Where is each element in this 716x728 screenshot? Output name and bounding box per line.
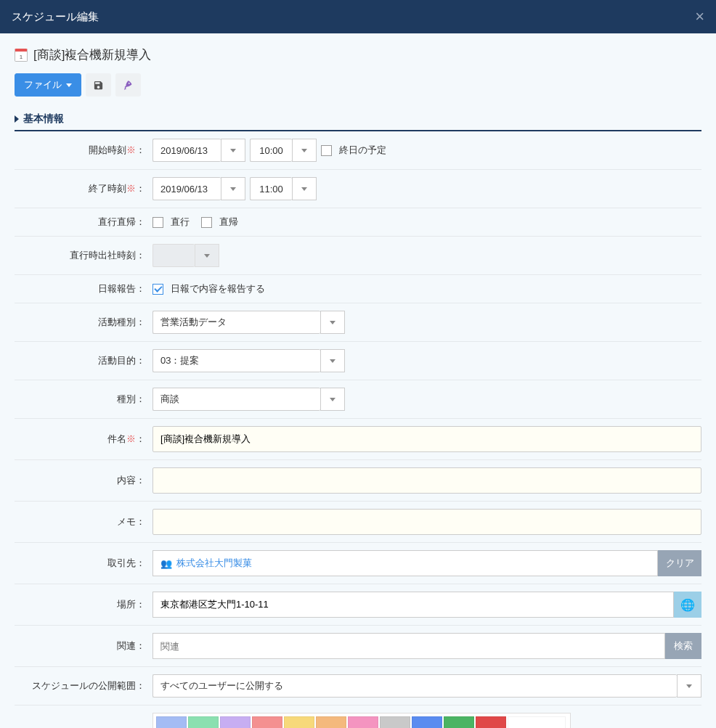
row-content: 内容：	[15, 460, 701, 502]
chevron-down-icon	[230, 149, 236, 152]
report-label: 日報で内容を報告する	[171, 282, 265, 295]
activity-purpose-value: 03：提案	[152, 349, 320, 372]
direct-return-checkbox[interactable]	[201, 217, 212, 228]
label-report: 日報報告：	[15, 282, 152, 295]
direct-go-checkbox[interactable]	[152, 217, 163, 228]
chevron-down-icon	[330, 321, 335, 324]
calendar-icon	[15, 49, 28, 62]
page-title-row: [商談]複合機新規導入	[15, 46, 701, 63]
chevron-down-icon	[204, 254, 210, 258]
row-place: 場所： 🌐	[15, 584, 701, 626]
toolbar: ファイル	[15, 73, 701, 97]
color-swatch[interactable]	[188, 716, 219, 728]
color-swatch[interactable]	[412, 716, 442, 728]
label-end: 終了時刻※：	[15, 182, 152, 195]
label-direct-arrive: 直行時出社時刻：	[15, 249, 152, 262]
label-memo: メモ：	[15, 515, 152, 528]
client-link[interactable]: 株式会社大門製菓	[176, 557, 252, 570]
direct-go-label: 直行	[171, 216, 190, 229]
chevron-down-icon	[301, 187, 307, 191]
section-basic-header[interactable]: 基本情報	[15, 113, 701, 131]
label-direct: 直行直帰：	[15, 216, 152, 229]
category-value: 商談	[152, 388, 320, 411]
scope-select[interactable]: すべてのユーザーに公開する	[152, 674, 701, 698]
color-swatch[interactable]	[316, 716, 346, 728]
start-time-dropdown[interactable]	[292, 139, 317, 162]
related-input[interactable]	[152, 633, 665, 659]
color-swatch[interactable]	[380, 716, 410, 728]
color-swatch[interactable]	[348, 716, 378, 728]
start-date-input[interactable]: 2019/06/13	[152, 139, 221, 162]
activity-purpose-select[interactable]: 03：提案	[152, 349, 345, 372]
label-related: 関連：	[15, 639, 152, 653]
chevron-down-icon	[230, 187, 236, 191]
file-label: ファイル	[24, 78, 62, 91]
activity-purpose-dropdown[interactable]	[320, 349, 345, 372]
color-swatch[interactable]	[476, 716, 506, 728]
label-start: 開始時刻※：	[15, 144, 152, 157]
end-date-input[interactable]: 2019/06/13	[152, 177, 221, 200]
chevron-down-icon	[686, 684, 692, 688]
direct-return-label: 直帰	[219, 216, 238, 229]
row-activity-purpose: 活動目的： 03：提案	[15, 342, 701, 380]
category-dropdown[interactable]	[320, 388, 345, 411]
direct-arrive-dropdown	[195, 244, 219, 267]
label-activity-purpose: 活動目的：	[15, 354, 152, 367]
save-icon	[93, 80, 104, 91]
save-button[interactable]	[86, 73, 111, 97]
chevron-down-icon	[330, 359, 335, 363]
start-date-dropdown[interactable]	[221, 139, 245, 162]
activity-type-dropdown[interactable]	[320, 311, 345, 334]
schedule-edit-modal: スケジュール編集 × [商談]複合機新規導入 ファイル	[0, 0, 716, 728]
row-client: 取引先： 👥 株式会社大門製菓 クリア	[15, 543, 701, 584]
chevron-right-icon	[15, 115, 19, 123]
search-button[interactable]: 検索	[665, 633, 701, 659]
color-swatch-none[interactable]	[508, 716, 566, 728]
place-input[interactable]	[152, 592, 674, 618]
row-memo: メモ：	[15, 502, 701, 543]
color-swatch[interactable]	[220, 716, 251, 728]
client-field[interactable]: 👥 株式会社大門製菓	[152, 550, 658, 576]
row-direct: 直行直帰： 直行 直帰	[15, 208, 701, 237]
end-time-input[interactable]: 11:00	[250, 177, 292, 200]
allday-label: 終日の予定	[339, 144, 386, 157]
activity-type-value: 営業活動データ	[152, 311, 320, 334]
direct-arrive-input	[152, 244, 195, 267]
row-subject: 件名※：	[15, 419, 701, 460]
memo-input[interactable]	[152, 509, 701, 535]
color-swatch[interactable]	[284, 716, 314, 728]
scope-dropdown[interactable]	[677, 674, 701, 698]
launch-button[interactable]	[115, 73, 141, 97]
row-scope: スケジュールの公開範囲： すべてのユーザーに公開する	[15, 667, 701, 705]
subject-input[interactable]	[152, 426, 701, 452]
start-time-input[interactable]: 10:00	[250, 139, 292, 162]
label-activity-type: 活動種別：	[15, 316, 152, 329]
end-date-group: 2019/06/13	[152, 177, 245, 200]
file-button[interactable]: ファイル	[15, 73, 81, 97]
color-swatch[interactable]	[444, 716, 474, 728]
close-icon[interactable]: ×	[695, 7, 704, 26]
label-subject: 件名※：	[15, 433, 152, 446]
map-button[interactable]: 🌐	[674, 592, 701, 618]
section-basic-label: 基本情報	[23, 113, 64, 126]
color-palette	[152, 713, 571, 728]
modal-title: スケジュール編集	[12, 10, 99, 24]
row-end: 終了時刻※： 2019/06/13 11:00	[15, 170, 701, 208]
clear-button[interactable]: クリア	[658, 550, 701, 576]
activity-type-select[interactable]: 営業活動データ	[152, 311, 345, 334]
globe-icon: 🌐	[680, 598, 695, 612]
label-client: 取引先：	[15, 557, 152, 570]
row-start: 開始時刻※： 2019/06/13 10:00 終日の予定	[15, 131, 701, 170]
color-swatch[interactable]	[252, 716, 282, 728]
row-related: 関連： 検索	[15, 626, 701, 667]
chevron-down-icon	[330, 398, 335, 401]
end-time-dropdown[interactable]	[292, 177, 317, 200]
row-category: 種別： 商談	[15, 380, 701, 419]
report-checkbox[interactable]	[152, 284, 163, 295]
color-swatch[interactable]	[156, 716, 187, 728]
content-input[interactable]	[152, 467, 701, 494]
category-select[interactable]: 商談	[152, 388, 345, 411]
end-date-dropdown[interactable]	[221, 177, 245, 200]
modal-body[interactable]: [商談]複合機新規導入 ファイル 基本情報	[0, 33, 716, 728]
allday-checkbox[interactable]	[321, 145, 332, 156]
